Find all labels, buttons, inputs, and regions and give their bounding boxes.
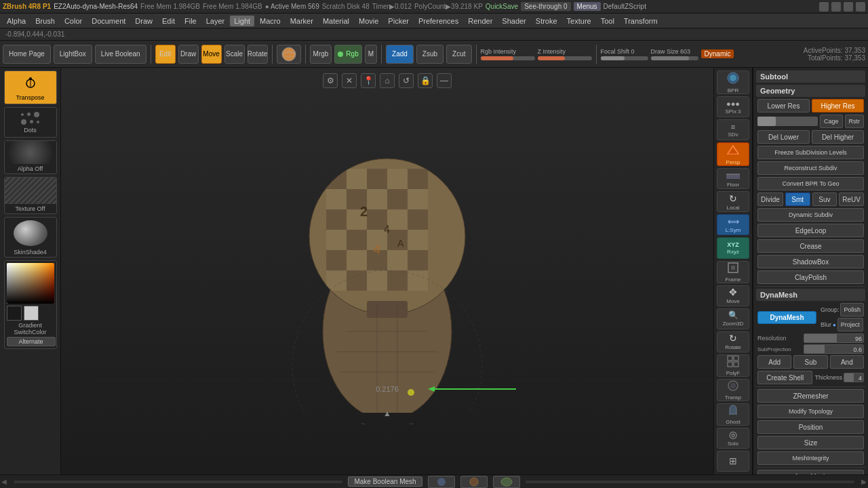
array-mesh-btn[interactable]: ArrayMesh bbox=[757, 470, 864, 474]
menu-brush[interactable]: Brush bbox=[31, 16, 59, 26]
thickness-slider[interactable]: 4 bbox=[844, 373, 864, 382]
scale-btn[interactable]: Scale bbox=[224, 45, 245, 64]
higher-res-btn[interactable]: Higher Res bbox=[812, 99, 864, 113]
menu-texture[interactable]: Texture bbox=[563, 16, 595, 26]
bottom-thumb-1[interactable] bbox=[428, 476, 455, 488]
dynmesh-active-btn[interactable]: DynaMesh bbox=[757, 311, 816, 324]
sdv-btn[interactable]: ≡ SDv bbox=[717, 119, 749, 140]
lsym-btn[interactable]: ⟺ L:Sym bbox=[717, 214, 749, 235]
dynamic-btn[interactable]: Dynamic bbox=[701, 49, 734, 58]
material-preview[interactable]: SkinShade4 bbox=[4, 217, 57, 258]
shadowbox-btn[interactable]: ShadowBox bbox=[757, 255, 864, 268]
menu-material[interactable]: Material bbox=[319, 16, 353, 26]
zremesher-btn[interactable]: ZRemesher bbox=[757, 389, 864, 403]
quicksave-btn[interactable]: QuickSave bbox=[486, 3, 518, 10]
menu-transform[interactable]: Transform bbox=[620, 16, 662, 26]
menu-marker[interactable]: Marker bbox=[286, 16, 317, 26]
see-through-btn[interactable]: See-through 0 bbox=[521, 2, 570, 11]
make-boolean-mesh-btn[interactable]: Make Boolean Mesh bbox=[348, 476, 422, 487]
swatch-white[interactable] bbox=[24, 306, 39, 321]
color-square[interactable] bbox=[7, 263, 54, 304]
cage-btn[interactable]: Cage bbox=[820, 115, 843, 128]
menu-macro[interactable]: Macro bbox=[256, 16, 285, 26]
menu-edit[interactable]: Edit bbox=[158, 16, 179, 26]
grid-resize-btn[interactable]: ⊞ bbox=[717, 451, 749, 472]
menu-draw[interactable]: Draw bbox=[131, 16, 157, 26]
size-btn[interactable]: Size bbox=[757, 436, 864, 449]
scroll-track-h[interactable] bbox=[14, 481, 342, 483]
alternate-btn[interactable]: Alternate bbox=[7, 337, 56, 346]
focal-shift-slider[interactable] bbox=[601, 56, 648, 60]
scroll-up-arrow[interactable]: ▲ bbox=[859, 478, 868, 485]
vp-home-icon-btn[interactable]: ⌂ bbox=[380, 73, 395, 88]
polyf-btn[interactable]: PolyF bbox=[717, 354, 749, 377]
geometry-title[interactable]: Geometry bbox=[756, 85, 865, 97]
mesh-integrity-btn[interactable]: MeshIntegrity bbox=[757, 451, 864, 465]
reconstruct-subdiv-btn[interactable]: Reconstruct Subdiv bbox=[757, 161, 864, 175]
lightbox-btn[interactable]: LightBox bbox=[54, 45, 92, 64]
vp-pin-icon-btn[interactable]: 📍 bbox=[361, 73, 376, 88]
add-btn[interactable]: Add bbox=[757, 355, 791, 369]
subtool-title[interactable]: Subtool bbox=[756, 70, 865, 83]
convert-bpr-btn[interactable]: Convert BPR To Geo bbox=[757, 177, 864, 190]
position-btn[interactable]: Position bbox=[757, 420, 864, 434]
vp-lock-icon-btn[interactable]: 🔒 bbox=[418, 73, 433, 88]
menu-render[interactable]: Render bbox=[464, 16, 496, 26]
top-icon-1[interactable] bbox=[819, 2, 829, 12]
frame-btn[interactable]: Frame bbox=[717, 261, 749, 283]
alpha-preview[interactable]: Alpha Off bbox=[4, 140, 57, 174]
default-zscript[interactable]: DefaultZScript bbox=[604, 3, 646, 10]
rgb-intensity-slider[interactable] bbox=[481, 56, 535, 60]
bottom-thumb-3[interactable] bbox=[493, 476, 520, 488]
m-selector[interactable]: M bbox=[365, 45, 377, 64]
menu-shader[interactable]: Shader bbox=[498, 16, 530, 26]
project-btn[interactable]: Project bbox=[837, 318, 863, 331]
menu-alpha[interactable]: Alpha bbox=[3, 16, 30, 26]
zcut-btn[interactable]: Zcut bbox=[446, 45, 471, 64]
dynmesh-section-title[interactable]: DynaMesh bbox=[756, 289, 865, 301]
menu-stroke[interactable]: Stroke bbox=[532, 16, 561, 26]
texture-preview[interactable]: Texture Off bbox=[4, 177, 57, 214]
divide-btn[interactable]: Divide bbox=[757, 192, 783, 206]
swatch-black[interactable] bbox=[7, 306, 22, 321]
dynamic-subdiv-btn[interactable]: Dynamic Subdiv bbox=[757, 208, 864, 222]
local-btn[interactable]: ↻ Local bbox=[717, 191, 749, 212]
rotate-btn[interactable]: Rotate bbox=[248, 45, 268, 64]
zadd-btn[interactable]: Zadd bbox=[386, 45, 414, 64]
top-icon-2[interactable] bbox=[831, 2, 841, 12]
menu-movie[interactable]: Movie bbox=[355, 16, 382, 26]
home-page-btn[interactable]: Home Page bbox=[3, 45, 51, 64]
color-picker[interactable]: Gradient SwitchColor Alternate bbox=[4, 260, 57, 349]
create-shell-btn[interactable]: Create Shell bbox=[757, 371, 812, 384]
menu-preferences[interactable]: Preferences bbox=[414, 16, 462, 26]
menu-picker[interactable]: Picker bbox=[384, 16, 413, 26]
ghost-btn[interactable]: Ghost bbox=[717, 403, 749, 426]
resolution-slider[interactable]: 96 bbox=[804, 333, 864, 343]
move-btn[interactable]: Move bbox=[201, 45, 222, 64]
rgb-selector[interactable]: Rgb bbox=[334, 45, 361, 64]
sphere-rotate-icon-btn[interactable] bbox=[277, 45, 301, 64]
lower-res-btn[interactable]: Lower Res bbox=[757, 99, 810, 113]
menu-light[interactable]: Light bbox=[230, 16, 254, 26]
floor-btn[interactable]: Floor bbox=[717, 168, 749, 189]
spix-btn[interactable]: ●●● SPix 3 bbox=[717, 96, 749, 117]
draw-size-slider[interactable] bbox=[651, 56, 698, 60]
del-higher-btn[interactable]: Del Higher bbox=[812, 130, 864, 144]
menu-file[interactable]: File bbox=[180, 16, 201, 26]
zsub-btn[interactable]: Zsub bbox=[416, 45, 443, 64]
subprojection-slider[interactable]: 0.6 bbox=[804, 344, 864, 354]
and-btn[interactable]: And bbox=[830, 355, 864, 369]
vp-reset-icon-btn[interactable]: ↺ bbox=[399, 73, 414, 88]
transp-btn[interactable]: Transp bbox=[717, 379, 749, 401]
reuv-btn[interactable]: ReUV bbox=[839, 192, 864, 206]
rstr-btn[interactable]: Rstr bbox=[845, 115, 865, 128]
smt-btn[interactable]: Smt bbox=[785, 192, 810, 206]
persp-btn[interactable]: Persp bbox=[717, 142, 749, 166]
vp-close-icon-btn[interactable]: ✕ bbox=[342, 73, 357, 88]
up-arrow-icon[interactable]: ▲ bbox=[383, 409, 391, 418]
dots-tool[interactable]: Dots bbox=[4, 107, 57, 138]
draw-btn[interactable]: Draw bbox=[178, 45, 199, 64]
edit-btn[interactable]: Edit bbox=[155, 45, 176, 64]
sub-btn[interactable]: Sub bbox=[793, 355, 827, 369]
vp-settings-icon-btn[interactable]: ⚙ bbox=[323, 73, 338, 88]
